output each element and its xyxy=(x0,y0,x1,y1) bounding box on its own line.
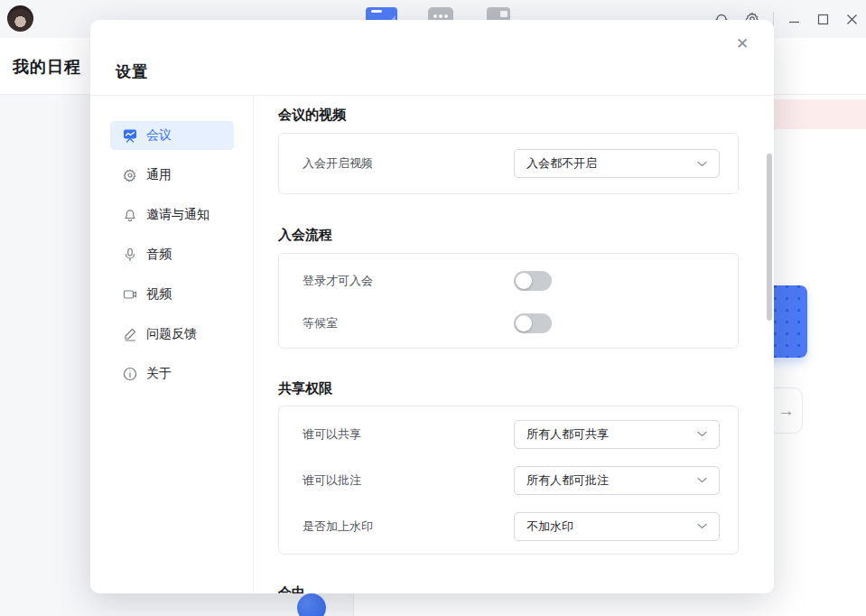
watermark-select[interactable]: 不加水印 xyxy=(514,512,720,541)
presentation-board-icon xyxy=(123,128,137,143)
settings-dialog-header: 设置 ✕ xyxy=(90,20,774,96)
toggle-knob xyxy=(516,273,532,289)
page-title: 我的日程 xyxy=(13,56,81,78)
row-label: 是否加上水印 xyxy=(303,518,514,535)
setting-row-watermark: 是否加上水印 不加水印 xyxy=(303,503,720,549)
bell-icon xyxy=(123,208,137,222)
share-permission-card: 谁可以共享 所有人都可共享 谁可以批注 所有人都可批注 xyxy=(278,406,739,555)
section-heading-join-flow: 入会流程 xyxy=(278,227,739,243)
login-required-toggle[interactable] xyxy=(514,271,552,291)
row-label: 入会开启视频 xyxy=(303,155,514,172)
sidebar-item-meeting[interactable]: 会议 xyxy=(110,121,234,150)
titlebar-divider xyxy=(773,12,774,26)
sidebar-item-video[interactable]: 视频 xyxy=(110,280,234,309)
maximize-icon[interactable] xyxy=(808,5,837,33)
settings-dialog: 设置 ✕ 会议 通用 邀请与通知 xyxy=(90,20,774,593)
close-icon[interactable] xyxy=(837,5,866,33)
sidebar-item-about[interactable]: 关于 xyxy=(110,359,234,388)
camera-icon xyxy=(123,287,137,302)
section-heading-share-permission: 共享权限 xyxy=(278,380,739,397)
info-icon xyxy=(123,367,137,381)
toggle-knob xyxy=(516,315,532,331)
sidebar-item-label: 邀请与通知 xyxy=(146,207,210,223)
who-can-annotate-select[interactable]: 所有人都可批注 xyxy=(514,466,720,495)
setting-row-login-required: 登录才可入会 xyxy=(303,259,720,302)
setting-row-join-video: 入会开启视频 入会都不开启 xyxy=(303,134,720,193)
select-value: 所有人都可批注 xyxy=(526,472,609,489)
settings-content: 会议的视频 入会开启视频 入会都不开启 入会流程 登录才可入会 xyxy=(254,96,774,593)
minimize-icon[interactable] xyxy=(779,5,808,33)
chevron-down-icon xyxy=(697,161,707,167)
sidebar-item-label: 会议 xyxy=(146,127,172,144)
sidebar-item-label: 关于 xyxy=(146,366,172,382)
setting-row-who-can-share: 谁可以共享 所有人都可共享 xyxy=(303,411,720,457)
select-value: 不加水印 xyxy=(526,518,573,535)
settings-title: 设置 xyxy=(116,61,148,82)
sidebar-item-audio[interactable]: 音频 xyxy=(110,240,234,269)
join-flow-card: 登录才可入会 等候室 xyxy=(278,253,739,349)
row-label: 谁可以共享 xyxy=(303,426,514,443)
row-label: 谁可以批注 xyxy=(303,472,514,489)
setting-row-who-can-annotate: 谁可以批注 所有人都可批注 xyxy=(303,457,720,503)
chevron-down-icon xyxy=(697,477,707,483)
sidebar-item-invitations[interactable]: 邀请与通知 xyxy=(110,201,234,229)
chevron-down-icon xyxy=(697,431,707,437)
section-heading-in-meeting: 会中 xyxy=(278,584,739,593)
row-label: 登录才可入会 xyxy=(303,273,514,289)
settings-sidebar: 会议 通用 邀请与通知 音频 xyxy=(90,96,254,593)
chevron-down-icon xyxy=(697,523,707,529)
select-value: 所有人都可共享 xyxy=(526,426,609,443)
waiting-room-toggle[interactable] xyxy=(514,313,552,333)
join-video-select[interactable]: 入会都不开启 xyxy=(514,149,720,178)
who-can-share-select[interactable]: 所有人都可共享 xyxy=(514,420,720,449)
meeting-video-card: 入会开启视频 入会都不开启 xyxy=(278,133,739,194)
sidebar-item-label: 音频 xyxy=(146,247,172,263)
section-heading-meeting-video: 会议的视频 xyxy=(278,107,739,123)
gear-icon xyxy=(123,168,137,182)
sidebar-item-general[interactable]: 通用 xyxy=(110,161,234,190)
floating-action-button[interactable] xyxy=(297,593,326,616)
microphone-icon xyxy=(123,247,137,262)
sidebar-item-label: 通用 xyxy=(146,167,172,183)
dialog-close-icon[interactable]: ✕ xyxy=(731,32,754,55)
row-label: 等候室 xyxy=(303,315,514,331)
user-avatar[interactable] xyxy=(7,5,33,32)
setting-row-waiting-room: 等候室 xyxy=(303,302,720,344)
pencil-icon xyxy=(123,327,137,341)
sidebar-item-label: 问题反馈 xyxy=(146,326,197,342)
scrollbar-thumb[interactable] xyxy=(767,154,772,321)
sidebar-item-label: 视频 xyxy=(146,286,172,303)
arrow-right-icon: → xyxy=(778,401,795,421)
select-value: 入会都不开启 xyxy=(526,155,597,172)
sidebar-item-feedback[interactable]: 问题反馈 xyxy=(110,320,234,349)
